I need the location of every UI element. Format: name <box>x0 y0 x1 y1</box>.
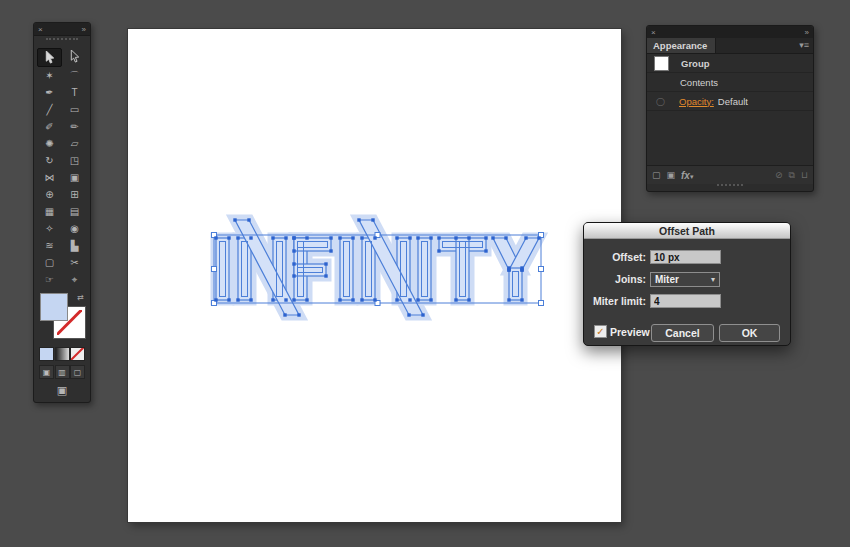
cancel-button[interactable]: Cancel <box>651 324 714 342</box>
offset-input[interactable] <box>650 250 721 264</box>
anchor-point[interactable] <box>214 236 217 239</box>
anchor-point[interactable] <box>305 236 308 239</box>
add-new-fill-button[interactable]: ▣ <box>667 170 676 180</box>
shape-builder-tool[interactable]: ⊕ <box>37 186 62 203</box>
hand-tool[interactable]: ☞ <box>37 271 62 288</box>
panel-menu-icon[interactable]: ▾≡ <box>799 38 813 53</box>
appearance-row-group[interactable]: Group <box>647 54 813 73</box>
anchor-point[interactable] <box>524 236 527 239</box>
anchor-point[interactable] <box>236 236 239 239</box>
anchor-point[interactable] <box>484 236 487 239</box>
anchor-point[interactable] <box>284 298 287 301</box>
anchor-point[interactable] <box>484 249 487 252</box>
anchor-point[interactable] <box>416 298 419 301</box>
anchor-point[interactable] <box>236 298 239 301</box>
bounding-box-handle[interactable] <box>212 267 217 272</box>
anchor-point[interactable] <box>283 313 286 316</box>
free-transform-tool[interactable]: ▣ <box>62 169 87 186</box>
selection-tool[interactable] <box>37 48 62 67</box>
collapse-icon[interactable]: » <box>805 28 809 37</box>
change-screen-mode-button[interactable]: ▣ <box>57 384 67 397</box>
anchor-point[interactable] <box>408 236 411 239</box>
draw-inside-button[interactable]: ▢ <box>70 365 85 379</box>
anchor-point[interactable] <box>437 236 440 239</box>
artboard-tool[interactable]: ▢ <box>37 254 62 271</box>
color-button[interactable] <box>39 347 54 361</box>
mesh-tool[interactable]: ▦ <box>37 203 62 220</box>
anchor-point[interactable] <box>360 298 363 301</box>
anchor-point[interactable] <box>395 236 398 239</box>
anchor-point[interactable] <box>421 313 424 316</box>
direct-selection-tool[interactable] <box>62 48 87 65</box>
anchor-point[interactable] <box>284 236 287 239</box>
bounding-box-handle[interactable] <box>539 267 544 272</box>
scale-tool[interactable]: ◳ <box>62 152 87 169</box>
column-graph-tool[interactable]: ▙ <box>62 237 87 254</box>
clear-appearance-button[interactable]: ⊘ <box>775 170 783 180</box>
anchor-point[interactable] <box>520 266 523 269</box>
line-segment-tool[interactable]: ╱ <box>37 101 62 118</box>
zoom-tool[interactable]: ⌖ <box>62 271 87 288</box>
close-icon[interactable]: × <box>651 28 656 37</box>
appearance-row-contents[interactable]: Contents <box>647 73 813 92</box>
anchor-point[interactable] <box>351 298 354 301</box>
anchor-point[interactable] <box>371 218 374 221</box>
opacity-link[interactable]: Opacity: <box>679 96 714 107</box>
width-tool[interactable]: ⋈ <box>37 169 62 186</box>
anchor-point[interactable] <box>395 298 398 301</box>
collapse-icon[interactable]: » <box>82 25 86 34</box>
anchor-point[interactable] <box>329 249 332 252</box>
anchor-point[interactable] <box>467 298 470 301</box>
anchor-point[interactable] <box>305 298 308 301</box>
magic-wand-tool[interactable]: ✶ <box>37 67 62 84</box>
anchor-point[interactable] <box>324 274 327 277</box>
preview-checkbox-group[interactable]: ✓ Preview <box>594 325 650 338</box>
artboard-canvas[interactable] <box>128 29 621 522</box>
anchor-point[interactable] <box>373 236 376 239</box>
anchor-point[interactable] <box>407 313 410 316</box>
gradient-button[interactable] <box>55 347 70 361</box>
anchor-point[interactable] <box>292 236 295 239</box>
anchor-point[interactable] <box>271 298 274 301</box>
paintbrush-tool[interactable]: ✐ <box>37 118 62 135</box>
anchor-point[interactable] <box>454 236 457 239</box>
preview-checkbox[interactable]: ✓ <box>594 325 607 338</box>
perspective-grid-tool[interactable]: ⊞ <box>62 186 87 203</box>
bounding-box-handle[interactable] <box>539 301 544 306</box>
anchor-point[interactable] <box>227 298 230 301</box>
anchor-point[interactable] <box>249 298 252 301</box>
anchor-point[interactable] <box>507 298 510 301</box>
anchor-point[interactable] <box>227 236 230 239</box>
pen-tool[interactable]: ✒ <box>37 84 62 101</box>
joins-dropdown[interactable]: Miter ▾ <box>650 272 720 287</box>
ok-button[interactable]: OK <box>719 324 780 342</box>
anchor-point[interactable] <box>373 298 376 301</box>
symbol-sprayer-tool[interactable]: ≋ <box>37 237 62 254</box>
anchor-point[interactable] <box>324 262 327 265</box>
blend-tool[interactable]: ◉ <box>62 220 87 237</box>
rectangle-tool[interactable]: ▭ <box>62 101 87 118</box>
pencil-tool[interactable]: ✏ <box>62 118 87 135</box>
anchor-point[interactable] <box>491 236 494 239</box>
eyedropper-tool[interactable]: ✧ <box>37 220 62 237</box>
anchor-point[interactable] <box>233 218 236 221</box>
delete-item-button[interactable]: ⊔ <box>801 170 808 180</box>
anchor-point[interactable] <box>329 236 332 239</box>
anchor-point[interactable] <box>214 298 217 301</box>
visibility-icon[interactable]: ◯ <box>654 95 667 108</box>
blob-brush-tool[interactable]: ✺ <box>37 135 62 152</box>
anchor-point[interactable] <box>247 218 250 221</box>
anchor-point[interactable] <box>292 298 295 301</box>
add-new-stroke-button[interactable]: ▢ <box>652 170 661 180</box>
anchor-point[interactable] <box>454 298 457 301</box>
lasso-tool[interactable]: ⌒ <box>62 67 87 84</box>
anchor-point[interactable] <box>351 236 354 239</box>
anchor-point[interactable] <box>297 313 300 316</box>
anchor-point[interactable] <box>292 249 295 252</box>
tab-appearance[interactable]: Appearance <box>647 38 716 53</box>
drag-grip[interactable] <box>46 38 78 46</box>
anchor-point[interactable] <box>408 298 411 301</box>
anchor-point[interactable] <box>338 298 341 301</box>
anchor-point[interactable] <box>537 236 540 239</box>
gradient-tool[interactable]: ▤ <box>62 203 87 220</box>
